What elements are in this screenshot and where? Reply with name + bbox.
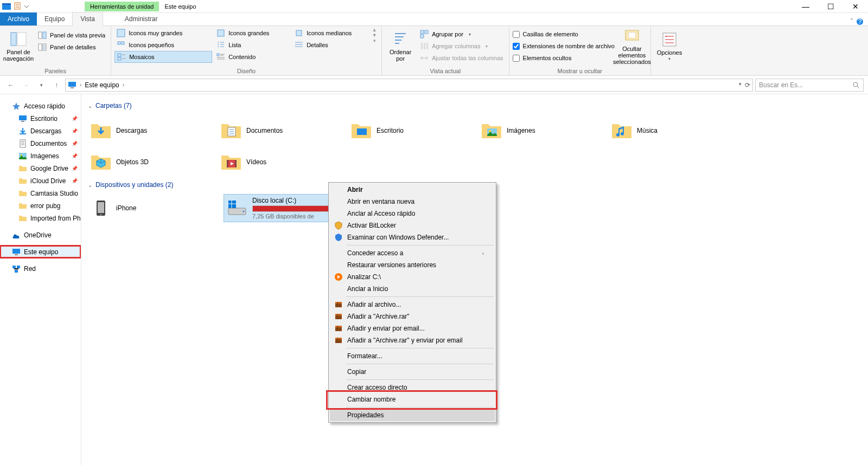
layout-icon [117,53,126,61]
options-button[interactable]: Opciones ▾ [654,27,685,65]
sidebar-item-icloud-drive[interactable]: iCloud Drive📌 [0,175,81,187]
cm-pin-quick-access[interactable]: Anclar al Acceso rápido [330,208,495,219]
cm-grant-access[interactable]: Conceder acceso a› [330,247,495,259]
folder-musica[interactable]: Música [609,115,739,146]
layout-xl-icons[interactable]: Iconos muy grandes [114,27,212,39]
details-pane-button[interactable]: Panel de detalles [36,41,107,53]
sidebar-item-descargas[interactable]: Descargas📌 [0,125,81,137]
address-dropdown-icon[interactable]: ▾ [739,81,742,89]
qat-properties-icon[interactable] [13,2,22,11]
preview-pane-button[interactable]: Panel de vista previa [36,29,107,41]
cm-add-rar-email[interactable]: Añadir a "Archive.rar" y enviar por emai… [330,334,495,346]
forward-button[interactable]: → [20,79,33,92]
cm-add-archive-rar[interactable]: Añadir a "Archive.rar" [330,311,495,322]
sidebar-item-error-pubg[interactable]: error pubg [0,199,81,212]
help-icon[interactable]: ? [856,18,864,25]
cm-bitlocker[interactable]: Activar BitLocker [330,219,495,231]
layout-expand-icon[interactable]: ▾ [371,38,378,43]
layout-m-icons[interactable]: Iconos medianos [292,27,368,39]
tab-vista[interactable]: Vista [72,12,103,26]
layout-scroll-down-icon[interactable]: ▼ [371,33,378,38]
svg-point-36 [21,154,22,156]
documents-folder-icon [220,120,242,141]
sidebar-onedrive[interactable]: OneDrive [0,229,81,241]
svg-rect-21 [420,35,424,38]
layout-details[interactable]: Detalles [292,39,368,51]
folder-imagenes[interactable]: Imágenes [478,115,609,146]
group-by-button[interactable]: Agrupar por▾ [418,28,505,40]
cm-create-shortcut[interactable]: Crear acceso directo [330,382,495,393]
layout-list[interactable]: Lista [214,39,290,51]
cm-open[interactable]: Abrir [330,184,495,196]
qat-dropdown-icon[interactable] [24,2,33,11]
autosize-columns-button[interactable]: Ajustar todas las columnas [418,52,505,64]
sidebar-item-documentos[interactable]: Documentos📌 [0,137,81,150]
minimize-button[interactable]: — [793,0,818,13]
folder-objetos-3d[interactable]: Objetos 3D [88,146,218,178]
address-bar[interactable]: › Este equipo › ▾⟳ [65,79,753,92]
sidebar-this-pc[interactable]: Este equipo [0,246,81,258]
svg-rect-41 [15,270,18,273]
tab-file[interactable]: Archivo [0,12,37,25]
cm-analyze[interactable]: Analizar C:\ [330,271,495,283]
cm-send-email[interactable]: Añadir y enviar por email... [330,322,495,334]
folder-videos[interactable]: Vídeos [218,146,348,178]
svg-rect-37 [12,249,20,254]
tab-equipo[interactable]: Equipo [37,12,72,25]
device-iphone[interactable]: iPhone [88,194,218,222]
close-button[interactable]: ✕ [843,0,868,13]
up-button[interactable]: ↑ [50,79,63,92]
layout-tiles[interactable]: Mosaicos [114,51,212,63]
desktop-icon [18,114,27,123]
sidebar-item-imagenes[interactable]: Imágenes📌 [0,150,81,162]
tab-administrar[interactable]: Administrar [117,12,165,25]
folder-descargas[interactable]: Descargas [88,115,218,146]
cm-rename[interactable]: Cambiar nombre [330,393,495,405]
ribbon-collapse-icon[interactable]: ˆ [851,18,853,25]
folder-icon [18,177,27,185]
layout-l-icons[interactable]: Iconos grandes [214,27,290,39]
cm-copy[interactable]: Copiar [330,366,495,378]
refresh-button[interactable]: ⟳ [745,81,750,89]
svg-point-45 [489,130,491,132]
pin-icon: 📌 [72,153,78,159]
cm-properties[interactable]: Propiedades [330,409,495,421]
file-extensions-toggle[interactable]: Extensiones de nombre de archivo [513,40,615,52]
folder-documentos[interactable]: Documentos [218,115,348,146]
cm-restore-versions[interactable]: Restaurar versiones anteriores [330,259,495,271]
cm-defender[interactable]: Examinar con Windows Defender... [330,231,495,243]
cm-format[interactable]: Formatear... [330,350,495,362]
cm-pin-start[interactable]: Anclar a Inicio [330,283,495,295]
item-checkboxes-toggle[interactable]: Casillas de elemento [513,28,615,40]
context-menu: Abrir Abrir en ventana nueva Anclar al A… [328,182,496,423]
section-folders[interactable]: ⌄Carpetas (7) [88,102,861,109]
cm-add-archive[interactable]: Añadir al archivo... [330,299,495,311]
breadcrumb[interactable]: Este equipo [85,81,119,89]
layout-scroll-up-icon[interactable]: ▲ [371,27,378,33]
sort-by-button[interactable]: Ordenar por [385,27,416,65]
sidebar-network[interactable]: Red [0,262,81,275]
sidebar-quick-access[interactable]: Acceso rápido [0,100,81,112]
folder-icon [18,202,27,210]
pin-icon: 📌 [72,166,78,171]
folder-escritorio[interactable]: Escritorio [348,115,478,146]
hidden-items-toggle[interactable]: Elementos ocultos [513,52,615,64]
cm-open-new-window[interactable]: Abrir en ventana nueva [330,196,495,208]
sidebar-item-imported[interactable]: Imported from Pho [0,212,81,224]
layout-content[interactable]: Contenido [214,51,290,63]
sidebar-item-escritorio[interactable]: Escritorio📌 [0,112,81,125]
contextual-tab-label: Herramientas de unidad [85,2,159,11]
search-box[interactable]: Buscar en Es... [755,79,864,92]
group-by-icon [420,30,429,38]
hide-selected-button[interactable]: Ocultar elementos seleccionados [617,27,647,65]
layout-s-icons[interactable]: Iconos pequeños [114,39,212,51]
sidebar-item-google-drive[interactable]: Google Drive📌 [0,162,81,175]
recent-locations-button[interactable]: ▾ [35,79,48,92]
svg-rect-50 [98,202,104,213]
navigation-pane-button[interactable]: Panel de navegación [3,27,34,65]
sidebar-item-camtasia[interactable]: Camtasia Studio [0,187,81,199]
back-button[interactable]: ← [4,79,17,92]
add-columns-button[interactable]: Agregar columnas▾ [418,40,505,52]
svg-rect-64 [335,314,342,315]
maximize-button[interactable]: ☐ [818,0,843,13]
